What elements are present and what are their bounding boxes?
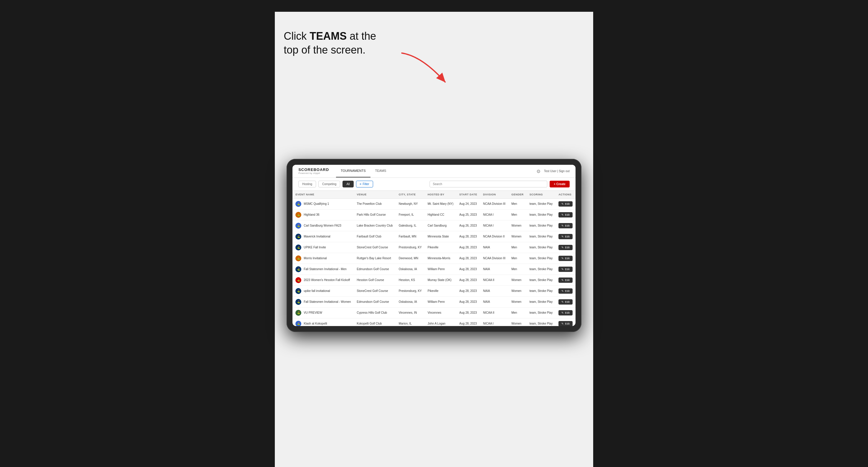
cell-actions-8: ✎ Edit xyxy=(556,285,576,296)
event-icon-9: ⛳ xyxy=(296,299,301,305)
logo-area: SCOREBOARD Powered by clippit xyxy=(298,167,329,175)
event-icon-11: ⛳ xyxy=(296,321,301,326)
cell-actions-5: ✎ Edit xyxy=(556,253,576,264)
edit-button-10[interactable]: ✎ Edit xyxy=(558,310,572,315)
cell-city-1: Freeport, IL xyxy=(396,209,425,220)
cell-gender-11: Women xyxy=(508,318,527,326)
edit-button-6[interactable]: ✎ Edit xyxy=(558,267,572,272)
cell-city-11: Marion, IL xyxy=(396,318,425,326)
col-gender: GENDER xyxy=(508,191,527,199)
cell-hosted-2: Carl Sandburg xyxy=(425,220,456,231)
cell-actions-9: ✎ Edit xyxy=(556,296,576,307)
table-row: ⛳ Fall Statesmen Invitational - Men Edmu… xyxy=(292,264,576,275)
search-input[interactable] xyxy=(430,181,547,187)
all-button[interactable]: All xyxy=(342,181,353,187)
event-icon-0: ⛳ xyxy=(296,201,301,207)
edit-button-4[interactable]: ✎ Edit xyxy=(558,245,572,250)
cell-actions-4: ✎ Edit xyxy=(556,242,576,253)
cell-gender-10: Men xyxy=(508,307,527,318)
cell-actions-0: ✎ Edit xyxy=(556,198,576,209)
cell-city-0: Newburgh, NY xyxy=(396,198,425,209)
navbar: SCOREBOARD Powered by clippit TOURNAMENT… xyxy=(292,165,576,178)
cell-venue-0: The Powelton Club xyxy=(354,198,396,209)
cell-hosted-8: Pikeville xyxy=(425,285,456,296)
page-wrapper: Click TEAMS at the top of the screen. SC… xyxy=(275,12,593,467)
cell-venue-8: StoneCrest Golf Course xyxy=(354,285,396,296)
edit-icon-4: ✎ xyxy=(561,246,564,249)
cell-gender-5: Men xyxy=(508,253,527,264)
edit-button-5[interactable]: ✎ Edit xyxy=(558,256,572,261)
cell-city-9: Oskaloosa, IA xyxy=(396,296,425,307)
gear-icon[interactable]: ⚙ xyxy=(536,168,541,173)
table-row: ⛳ UPIKE Fall Invite StoneCrest Golf Cour… xyxy=(292,242,576,253)
cell-venue-2: Lake Bracken Country Club xyxy=(354,220,396,231)
cell-city-5: Deerwood, MN xyxy=(396,253,425,264)
cell-date-11: Aug 28, 2023 xyxy=(456,318,480,326)
cell-event-3: ⛳ Maverick Invitational xyxy=(292,231,354,242)
cell-hosted-11: John A Logan xyxy=(425,318,456,326)
hosting-button[interactable]: Hosting xyxy=(298,181,316,187)
edit-label-6: Edit xyxy=(565,268,570,271)
col-scoring: SCORING xyxy=(526,191,556,199)
cell-event-7: ⛳ 2023 Women's Hesston Fall Kickoff xyxy=(292,275,354,285)
cell-date-6: Aug 28, 2023 xyxy=(456,264,480,275)
cell-date-5: Aug 28, 2023 xyxy=(456,253,480,264)
annotation-line3: top of the screen. xyxy=(284,44,366,56)
table-body: ⛳ MSMC Qualifying 1 The Powelton Club Ne… xyxy=(292,198,576,326)
edit-icon-11: ✎ xyxy=(561,322,564,325)
tournaments-table-container: EVENT NAME VENUE CITY, STATE HOSTED BY S… xyxy=(292,191,576,326)
logo-title: SCOREBOARD xyxy=(298,167,329,172)
cell-city-6: Oskaloosa, IA xyxy=(396,264,425,275)
cell-hosted-10: Vincennes xyxy=(425,307,456,318)
cell-date-9: Aug 28, 2023 xyxy=(456,296,480,307)
cell-hosted-3: Minnesota State xyxy=(425,231,456,242)
cell-division-10: NICAA II xyxy=(480,307,508,318)
cell-scoring-6: team, Stroke Play xyxy=(526,264,556,275)
event-name-1: Highland 36 xyxy=(304,213,319,216)
edit-label-2: Edit xyxy=(565,224,570,227)
cell-venue-9: Edmundson Golf Course xyxy=(354,296,396,307)
edit-icon-10: ✎ xyxy=(561,311,564,314)
cell-scoring-3: team, Stroke Play xyxy=(526,231,556,242)
cell-actions-6: ✎ Edit xyxy=(556,264,576,275)
tablet-frame: SCOREBOARD Powered by clippit TOURNAMENT… xyxy=(287,159,581,332)
cell-division-5: NCAA Division III xyxy=(480,253,508,264)
edit-label-3: Edit xyxy=(565,235,570,238)
cell-scoring-10: team, Stroke Play xyxy=(526,307,556,318)
cell-date-0: Aug 24, 2023 xyxy=(456,198,480,209)
create-button[interactable]: + Create xyxy=(550,181,570,187)
cell-division-8: NAIA xyxy=(480,285,508,296)
edit-icon-5: ✎ xyxy=(561,257,564,260)
cell-division-3: NCAA Division II xyxy=(480,231,508,242)
edit-button-11[interactable]: ✎ Edit xyxy=(558,321,572,326)
event-name-9: Fall Statesmen Invitational - Women xyxy=(304,300,351,303)
table-row: ⛳ Klash at Kokopelli Kokopelli Golf Club… xyxy=(292,318,576,326)
edit-button-0[interactable]: ✎ Edit xyxy=(558,201,572,207)
nav-teams[interactable]: TEAMS xyxy=(370,165,391,178)
cell-hosted-9: William Penn xyxy=(425,296,456,307)
cell-scoring-8: team, Stroke Play xyxy=(526,285,556,296)
cell-scoring-0: team, Stroke Play xyxy=(526,198,556,209)
cell-gender-3: Women xyxy=(508,231,527,242)
edit-button-9[interactable]: ✎ Edit xyxy=(558,299,572,305)
table-row: ⛳ 2023 Women's Hesston Fall Kickoff Hess… xyxy=(292,275,576,285)
nav-tournaments[interactable]: TOURNAMENTS xyxy=(336,165,370,178)
cell-gender-2: Women xyxy=(508,220,527,231)
edit-icon-7: ✎ xyxy=(561,279,564,282)
edit-icon-2: ✎ xyxy=(561,224,564,227)
edit-button-3[interactable]: ✎ Edit xyxy=(558,234,572,239)
competing-button[interactable]: Competing xyxy=(318,181,340,187)
cell-division-1: NICAA I xyxy=(480,209,508,220)
edit-button-8[interactable]: ✎ Edit xyxy=(558,288,572,294)
edit-button-1[interactable]: ✎ Edit xyxy=(558,212,572,217)
event-name-4: UPIKE Fall Invite xyxy=(304,246,326,249)
cell-gender-0: Men xyxy=(508,198,527,209)
edit-button-7[interactable]: ✎ Edit xyxy=(558,278,572,283)
edit-button-2[interactable]: ✎ Edit xyxy=(558,223,572,228)
cell-hosted-1: Highland CC xyxy=(425,209,456,220)
filter-button[interactable]: ≡ Filter xyxy=(356,181,373,187)
event-name-5: Morris Invitational xyxy=(304,257,327,260)
cell-event-4: ⛳ UPIKE Fall Invite xyxy=(292,242,354,253)
event-icon-8: ⛳ xyxy=(296,288,301,294)
nav-user: Test User | Sign out xyxy=(544,169,570,173)
